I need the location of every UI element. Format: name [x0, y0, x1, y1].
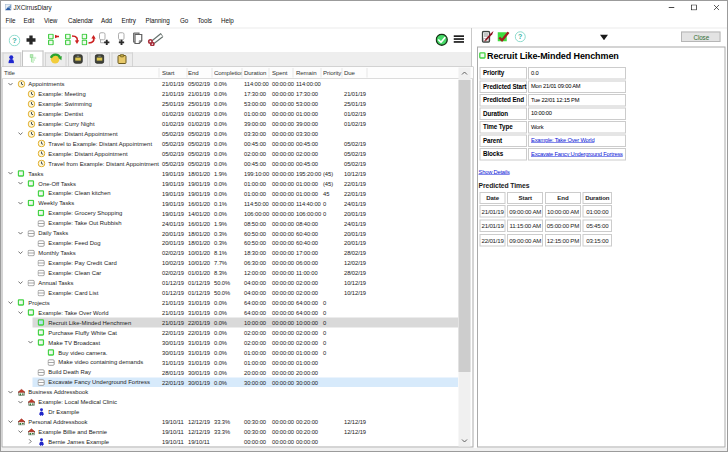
svg-text:?: ?	[12, 36, 17, 45]
svg-text:?: ?	[518, 33, 522, 40]
